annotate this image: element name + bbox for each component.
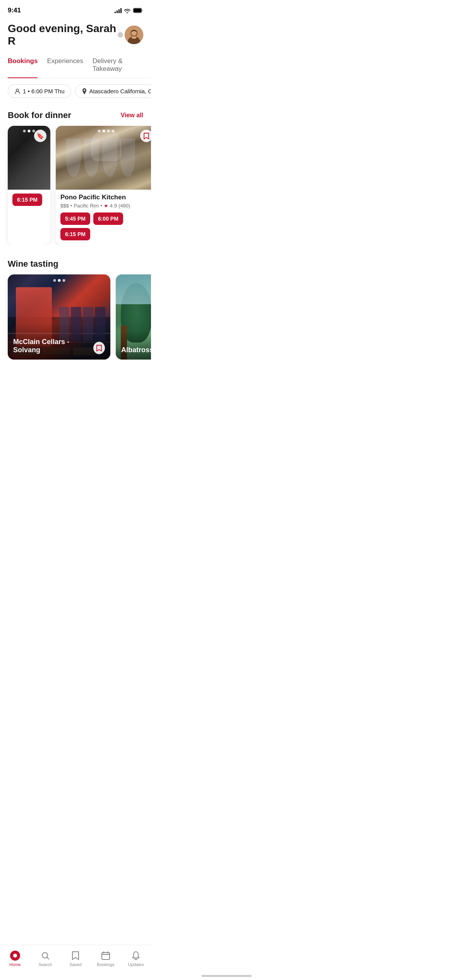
time-slot-3[interactable]: 6:15 PM [60, 228, 90, 240]
restaurant-name: Pono Pacific Kitchen [60, 194, 151, 201]
wine-card-albatross[interactable]: Albatross Rid... [116, 274, 151, 360]
dinner-section-title: Book for dinner [8, 110, 71, 120]
bookmark-icon [144, 133, 149, 139]
avatar[interactable] [125, 26, 143, 44]
star-icon: ★ [104, 203, 108, 209]
header: Good evening, Sarah R [0, 19, 151, 53]
dinner-cards-scroll: 🔖 6:15 PM [0, 126, 151, 245]
greeting-text: Good evening, Sarah R [8, 22, 118, 47]
main-tabs: Bookings Experiences Delivery & Takeaway [0, 53, 151, 78]
time-slot-2[interactable]: 6:00 PM [93, 212, 123, 225]
tab-experiences[interactable]: Experiences [47, 53, 83, 78]
review-count: (480) [118, 203, 130, 209]
restaurant-card-partial-left[interactable]: 🔖 6:15 PM [8, 126, 50, 245]
rating: 4.9 [110, 203, 117, 209]
svg-rect-1 [134, 9, 142, 13]
wine-venue-name-mcclain: McClain Cellars - Solvang [13, 338, 93, 354]
svg-rect-6 [132, 36, 136, 39]
avatar-status-dot [118, 32, 123, 38]
wine-section-title: Wine tasting [8, 259, 58, 269]
wine-cards-scroll: McClain Cellars - Solvang [0, 274, 151, 360]
dinner-section: Book for dinner View all 🔖 [0, 104, 151, 253]
signal-icon [115, 8, 122, 13]
wifi-icon [124, 8, 130, 13]
status-time: 9:41 [8, 7, 21, 14]
price-indicator: $$$ [60, 203, 69, 209]
card-dot-active [28, 130, 31, 132]
card-dot [53, 279, 56, 282]
card-dot-active [58, 279, 60, 282]
filter-guests[interactable]: 1 • 6:00 PM Thu [8, 84, 71, 98]
battery-icon [133, 8, 143, 13]
pin-icon [82, 88, 87, 94]
dinner-section-header: Book for dinner View all [0, 104, 151, 126]
wine-card-mcclain[interactable]: McClain Cellars - Solvang [8, 274, 110, 360]
wine-card-label-mcclain: McClain Cellars - Solvang [8, 322, 110, 360]
bookmark-button-pono[interactable] [140, 130, 151, 142]
restaurant-meta: $$$ • Pacific Rim • ★ 4.9 (480) [60, 203, 151, 209]
card-dot [33, 130, 35, 132]
restaurant-card-pono[interactable]: Pono Pacific Kitchen $$$ • Pacific Rim •… [56, 126, 151, 245]
bookmark-icon [96, 345, 102, 351]
time-slots: 5:45 PM 6:00 PM 6:15 PM [60, 212, 151, 240]
card-dot [62, 279, 65, 282]
wine-section: Wine tasting [0, 253, 151, 367]
filter-row: 1 • 6:00 PM Thu Atascadero California, C… [0, 78, 151, 104]
time-slot-1[interactable]: 5:45 PM [60, 212, 90, 225]
wine-venue-name-albatross: Albatross Rid... [121, 346, 151, 354]
cuisine-type: Pacific Rim [74, 203, 99, 209]
tab-bookings[interactable]: Bookings [8, 53, 38, 78]
dinner-view-all[interactable]: View all [121, 112, 143, 119]
time-slot[interactable]: 6:15 PM [12, 194, 42, 206]
bookmark-button[interactable]: 🔖 [34, 130, 46, 142]
bookmark-button-mcclain[interactable] [93, 342, 105, 354]
card-dot [23, 130, 26, 132]
avatar-container[interactable] [118, 26, 143, 44]
status-bar: 9:41 [0, 0, 151, 19]
filter-location[interactable]: Atascadero California, CA, United St... [75, 84, 151, 98]
bookmark-icon: 🔖 [36, 132, 44, 140]
card-dot [107, 130, 110, 132]
card-dot [112, 130, 115, 132]
wine-card-label-albatross: Albatross Rid... [116, 331, 151, 360]
tab-delivery[interactable]: Delivery & Takeaway [93, 53, 143, 78]
wine-section-header: Wine tasting [0, 253, 151, 274]
card-dot [98, 130, 101, 132]
card-dot-active [103, 130, 105, 132]
svg-point-7 [16, 89, 19, 91]
filter-location-label: Atascadero California, CA, United St... [89, 88, 151, 94]
filter-guests-label: 1 • 6:00 PM Thu [23, 88, 65, 94]
person-icon [14, 88, 21, 94]
status-icons [115, 8, 143, 13]
